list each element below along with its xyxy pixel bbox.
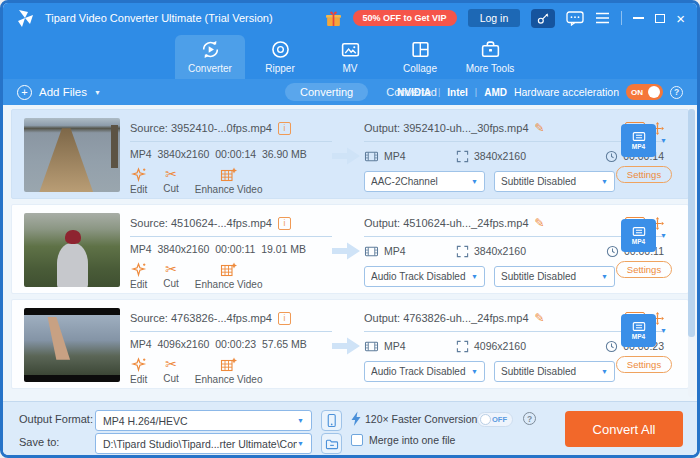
output-profile-button[interactable]: MP4 bbox=[621, 314, 656, 347]
edit-button[interactable]: Edit bbox=[130, 167, 147, 195]
device-preview-button[interactable] bbox=[321, 410, 342, 431]
help-icon[interactable]: ? bbox=[670, 86, 683, 99]
faster-conversion-toggle[interactable]: OFF bbox=[477, 412, 513, 427]
convert-all-button[interactable]: Convert All bbox=[565, 411, 683, 447]
arrow-right-icon bbox=[332, 241, 361, 261]
rename-pencil-icon[interactable]: ✎ bbox=[535, 216, 545, 230]
enhance-video-button[interactable]: Enhance Video bbox=[195, 357, 263, 385]
chevron-down-icon: ▼ bbox=[471, 273, 478, 280]
mode-tabs: Converting Converted bbox=[285, 83, 437, 101]
save-to-select[interactable]: D:\Tipard Studio\Tipard...rter Ultimate\… bbox=[95, 433, 312, 454]
output-resolution: 4096x2160 bbox=[474, 340, 526, 352]
output-profile-button[interactable]: MP4 bbox=[621, 219, 656, 252]
video-thumbnail[interactable] bbox=[24, 213, 120, 287]
info-icon[interactable]: i bbox=[278, 122, 291, 135]
file-toolbar: + Add Files ▼ Converting Converted NVIDI… bbox=[3, 79, 697, 105]
enhance-grid-icon bbox=[220, 262, 237, 277]
output-format-select[interactable]: MP4 H.264/HEVC ▼ bbox=[95, 410, 312, 431]
enhance-label: Enhance Video bbox=[195, 279, 263, 290]
video-thumbnail[interactable] bbox=[24, 308, 120, 382]
profile-column: MP4 ▼ Settings bbox=[612, 124, 676, 183]
edit-label: Edit bbox=[130, 184, 147, 195]
subtitle-select[interactable]: Subtitle Disabled ▼ bbox=[494, 171, 615, 192]
tab-converted[interactable]: Converted bbox=[386, 86, 437, 98]
cut-button[interactable]: ✂ Cut bbox=[163, 262, 179, 290]
add-files-button[interactable]: + Add Files ▼ bbox=[17, 85, 101, 100]
divider bbox=[130, 236, 332, 237]
file-row[interactable]: Source: 4510624-...4fps.mp4 i MP4 3840x2… bbox=[11, 204, 689, 294]
cut-button[interactable]: ✂ Cut bbox=[163, 357, 179, 385]
mv-screen-icon bbox=[340, 39, 361, 60]
subtitle-value: Subtitle Disabled bbox=[501, 271, 576, 282]
tab-ripper[interactable]: Ripper bbox=[245, 35, 315, 79]
subtitle-value: Subtitle Disabled bbox=[501, 176, 576, 187]
tab-converter[interactable]: Converter bbox=[175, 35, 245, 79]
edit-button[interactable]: Edit bbox=[130, 262, 147, 290]
tab-mv[interactable]: MV bbox=[315, 35, 385, 79]
audio-track-value: AAC-2Channel bbox=[371, 176, 438, 187]
info-icon[interactable]: i bbox=[278, 217, 291, 230]
video-thumbnail[interactable] bbox=[24, 118, 120, 192]
chevron-down-icon[interactable]: ▼ bbox=[660, 137, 667, 144]
chevron-down-icon[interactable]: ▼ bbox=[660, 232, 667, 239]
subtitle-select[interactable]: Subtitle Disabled ▼ bbox=[494, 361, 615, 382]
open-folder-button[interactable] bbox=[321, 433, 342, 454]
edit-label: Edit bbox=[130, 279, 147, 290]
audio-track-select[interactable]: AAC-2Channel ▼ bbox=[364, 171, 485, 192]
rename-pencil-icon[interactable]: ✎ bbox=[535, 121, 545, 135]
edit-button[interactable]: Edit bbox=[130, 357, 147, 385]
chevron-down-icon: ▼ bbox=[601, 178, 608, 185]
cut-button[interactable]: ✂ Cut bbox=[163, 167, 179, 195]
audio-track-value: Audio Track Disabled bbox=[371, 271, 466, 282]
output-format-label: Output Format: bbox=[19, 413, 93, 425]
close-button[interactable]: × bbox=[676, 11, 685, 26]
chevron-down-icon: ▼ bbox=[297, 440, 304, 447]
amd-logo: AMD bbox=[484, 87, 507, 98]
brand-separator: | bbox=[438, 87, 440, 97]
rename-pencil-icon[interactable]: ✎ bbox=[535, 311, 545, 325]
chevron-down-icon[interactable]: ▼ bbox=[660, 327, 667, 334]
audio-track-select[interactable]: Audio Track Disabled ▼ bbox=[364, 266, 485, 287]
settings-button[interactable]: Settings bbox=[616, 261, 672, 278]
settings-button[interactable]: Settings bbox=[616, 166, 672, 183]
maximize-button[interactable] bbox=[655, 14, 665, 23]
tab-collage[interactable]: Collage bbox=[385, 35, 455, 79]
output-filename: Output: 3952410-uh..._30fps.mp4 bbox=[364, 122, 529, 134]
scissors-icon: ✂ bbox=[165, 167, 177, 181]
hardware-acceleration: NVIDIA | Intel | AMD Hardware accelerati… bbox=[397, 84, 683, 100]
promo-badge[interactable]: 50% OFF to Get VIP bbox=[353, 10, 457, 26]
chevron-down-icon: ▼ bbox=[297, 417, 304, 424]
minimize-button[interactable] bbox=[633, 17, 644, 19]
enhance-video-button[interactable]: Enhance Video bbox=[195, 262, 263, 290]
subtitle-select[interactable]: Subtitle Disabled ▼ bbox=[494, 266, 615, 287]
film-icon bbox=[364, 340, 379, 353]
scrollbar[interactable] bbox=[688, 109, 695, 397]
source-filename: Source: 3952410-...0fps.mp4 bbox=[130, 122, 272, 134]
output-resolution: 3840x2160 bbox=[474, 245, 526, 257]
settings-button[interactable]: Settings bbox=[616, 356, 672, 373]
info-icon[interactable]: i bbox=[278, 312, 291, 325]
scrollbar-thumb[interactable] bbox=[688, 109, 695, 337]
menu-button[interactable] bbox=[595, 12, 610, 24]
output-profile-button[interactable]: MP4 bbox=[621, 124, 656, 157]
chat-bubble-icon bbox=[566, 11, 584, 26]
divider bbox=[130, 141, 332, 142]
profile-monitor-icon bbox=[632, 131, 646, 142]
login-button[interactable]: Log in bbox=[468, 9, 521, 27]
merge-label[interactable]: Merge into one file bbox=[369, 434, 455, 446]
hw-acceleration-toggle[interactable]: ON bbox=[626, 84, 663, 100]
help-icon[interactable]: ? bbox=[523, 412, 536, 425]
enhance-grid-icon bbox=[220, 357, 237, 372]
ripper-disc-icon bbox=[270, 39, 291, 60]
merge-checkbox[interactable] bbox=[351, 434, 363, 446]
window-title: Tipard Video Converter Ultimate (Trial V… bbox=[45, 12, 273, 24]
feedback-button[interactable] bbox=[566, 11, 584, 26]
file-row[interactable]: Source: 4763826-...4fps.mp4 i MP4 4096x2… bbox=[11, 299, 689, 389]
source-meta: MP4 3840x2160 00:00:14 36.90 MB bbox=[130, 148, 332, 160]
enhance-video-button[interactable]: Enhance Video bbox=[195, 167, 263, 195]
register-key-button[interactable] bbox=[531, 9, 555, 28]
audio-track-select[interactable]: Audio Track Disabled ▼ bbox=[364, 361, 485, 382]
tab-converting[interactable]: Converting bbox=[285, 83, 368, 101]
tab-more-tools[interactable]: More Tools bbox=[455, 35, 525, 79]
file-row[interactable]: Source: 3952410-...0fps.mp4 i MP4 3840x2… bbox=[11, 109, 689, 199]
